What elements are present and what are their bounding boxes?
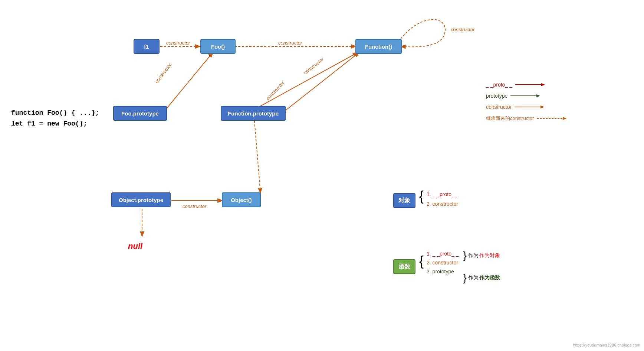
label-objproto-obj: constructor [183,204,206,209]
box-object-prototype: Object.prototype [111,192,171,207]
box-duixiang: 对象 [393,193,415,208]
fn-note2: 作为 [468,274,479,281]
function-section: 函数 { 1. _ _proto_ _ 2. constructor 3. pr… [393,249,500,284]
fn-prop1: 1. _ _proto_ _ [427,251,459,257]
label-funcproto-func2: constructor [265,80,286,101]
svg-marker-13 [540,105,544,108]
legend-area: _ _proto_ _ prototype constructor 继承而来的c… [486,82,566,127]
fn-note2-green: 作为函数 [479,274,500,281]
function-props: 1. _ _proto_ _ 2. constructor 3. prototy… [427,251,459,274]
code-line1: function Foo() { ...}; [11,108,99,118]
legend-proto-label: _ _proto_ _ [486,82,512,88]
svg-line-4 [254,53,357,110]
object-section: 对象 { 1. _ _proto_ _ 2. constructor [393,189,459,208]
svg-marker-11 [536,94,540,97]
legend-constructor-label: constructor [486,104,512,110]
object-props: 1. _ _proto_ _ 2. constructor [427,191,459,207]
fn-notes: } 作为作为对象 } 作为作为函数 [463,249,500,284]
label-foo-function: constructor [278,40,302,46]
box-function: Function() [355,39,402,54]
label-funcproto-func1: constructor [302,56,325,75]
code-block: function Foo() { ...}; let f1 = new Foo(… [11,108,99,129]
box-foo-prototype: Foo.prototype [113,106,167,121]
legend-prototype-arrow [510,93,540,99]
obj-prop2: 2. constructor [427,201,459,207]
fn-note1-red: 作为对象 [479,252,500,259]
code-line2: let f1 = new Foo(); [11,118,99,129]
brace-object: { [419,189,424,203]
fn-prop2: 2. constructor [427,260,459,266]
svg-line-6 [254,117,260,192]
legend-proto-arrow [515,82,545,88]
box-hanshu: 函数 [393,259,415,274]
fn-prop3: 3. prototype [427,269,459,274]
fn-note1: 作为 [468,252,479,259]
box-foo: Foo() [200,39,236,54]
legend-prototype-label: prototype [486,93,507,99]
diagram-container: Foo() : constructor --> Function() : con… [0,0,644,351]
brace-function: { [419,254,424,268]
watermark: https://youdomains1986.cnblogs.com [573,343,640,347]
label-function-self: constructor [451,27,474,32]
svg-line-2 [165,53,213,110]
box-function-prototype: Function.prototype [221,106,286,121]
label-fooproto-foo: constructor [154,62,172,84]
obj-prop1: 1. _ _proto_ _ [427,191,459,197]
legend-constructor-arrow [515,104,544,110]
box-object: Object() [222,192,261,207]
label-f1-foo: constructor [166,40,190,46]
legend-inherited-label: 继承而来的constructor [486,115,534,122]
arrows-svg: Foo() : constructor --> Function() : con… [0,0,644,351]
svg-marker-15 [563,117,566,120]
box-f1: f1 [134,39,160,54]
null-text: null [128,241,142,251]
legend-inherited-arrow [537,116,566,121]
svg-marker-9 [541,83,545,86]
